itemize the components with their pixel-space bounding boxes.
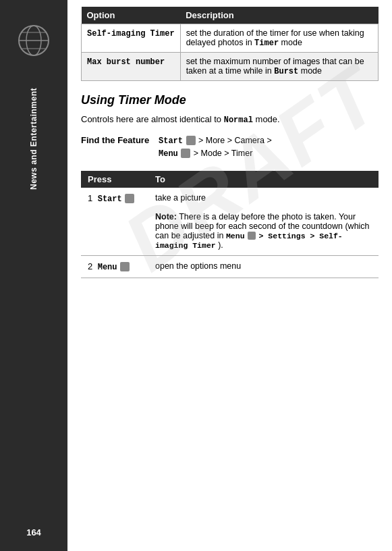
menu-button-icon (181, 149, 190, 158)
note-label: Note: (155, 212, 177, 221)
note-close: ). (218, 240, 223, 250)
to-col-header: To (148, 171, 379, 188)
to-cell-2: open the options menu (148, 256, 379, 278)
desc-bold-1: Timer (254, 38, 279, 48)
row-num-2: 2 (88, 261, 92, 271)
menu-path-inline: Menu (226, 232, 245, 240)
desc-bold-2: Burst (274, 67, 298, 76)
intro-end: mode. (253, 114, 280, 124)
start-btn-icon-row1 (125, 194, 134, 203)
find-feature-path: Start > More > Camera > Menu > Mode > Ti… (159, 134, 272, 160)
menu-key: Menu (98, 263, 117, 272)
press-table-row-1: 1 Start take a picture Note: There is a … (81, 188, 379, 256)
sidebar: News and Entertainment 164 (0, 0, 67, 551)
start-button-icon (186, 136, 196, 145)
normal-bold: Normal (224, 115, 253, 125)
press-col-header: Press (81, 171, 148, 188)
start-key: Start (98, 194, 122, 204)
press-to-table: Press To 1 Start take a picture Note: Th… (81, 171, 379, 278)
table-row: Max burst number set the maximum number … (82, 53, 379, 81)
globe-icon (13, 20, 54, 61)
option-label-2: Max burst number (87, 57, 165, 67)
page-number: 164 (26, 527, 41, 537)
press-table-row-2: 2 Menu open the options menu (81, 256, 379, 278)
menu-btn-icon-note (248, 232, 256, 240)
ff-start-label: Start > More > Camera > (159, 136, 272, 145)
description-cell-2: set the maximum number of images that ca… (180, 53, 378, 81)
description-cell-1: set the duration of the timer for use wh… (180, 24, 378, 53)
option-cell-2: Max burst number (82, 53, 181, 81)
press-cell-2: 2 Menu (81, 256, 148, 278)
intro-paragraph: Controls here are almost identical to No… (81, 114, 379, 125)
table-row: Self-imaging Timer set the duration of t… (82, 24, 379, 53)
ff-menu-label: Menu > Mode > Timer (159, 149, 252, 158)
main-content: Option Description Self-imaging Timer se… (67, 0, 392, 551)
option-label-1: Self-imaging Timer (87, 29, 175, 38)
section-heading: Using Timer Mode (81, 93, 379, 107)
find-feature-label: Find the Feature (81, 134, 159, 145)
desc-text-1b: mode (279, 38, 302, 47)
option-description-table: Option Description Self-imaging Timer se… (81, 7, 379, 81)
menu-btn-icon-row2 (120, 262, 130, 271)
to-text-1a: take a picture (155, 193, 206, 203)
press-cell-1: 1 Start (81, 188, 148, 256)
option-cell-1: Self-imaging Timer (82, 24, 181, 53)
intro-text: Controls here are almost identical to (81, 114, 224, 124)
find-feature-container: Find the Feature Start > More > Camera >… (81, 134, 379, 160)
desc-text-2b: mode (298, 66, 322, 76)
col-header-description: Description (180, 7, 378, 24)
row-num-1: 1 (88, 193, 92, 203)
sidebar-label: News and Entertainment (29, 88, 38, 190)
col-header-option: Option (82, 7, 181, 24)
to-cell-1: take a picture Note: There is a delay be… (148, 188, 379, 256)
